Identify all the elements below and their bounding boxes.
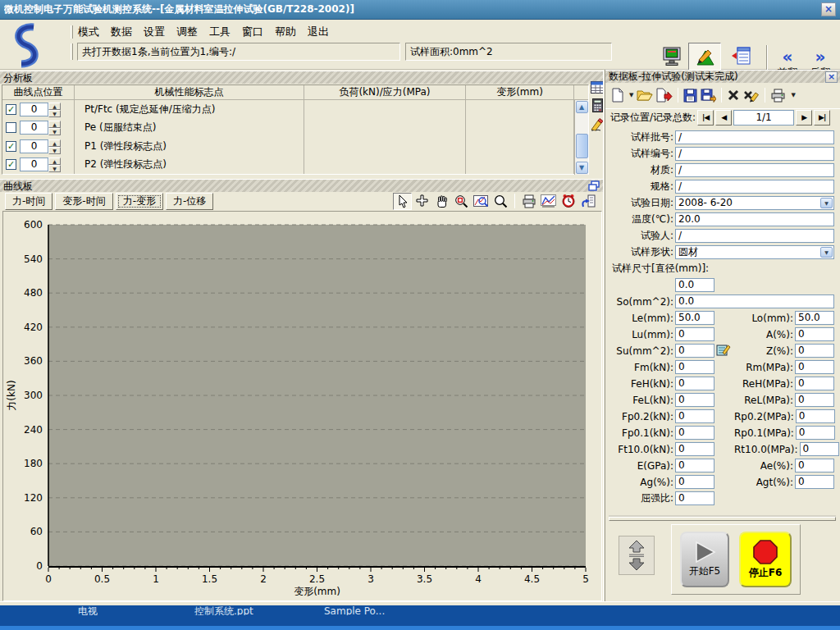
export-curve-icon[interactable] (578, 193, 597, 210)
field-input[interactable]: 0 (675, 327, 714, 341)
combo-arrow-icon[interactable]: ▼ (820, 247, 833, 258)
position-spinner[interactable]: 0▲▼ (20, 103, 62, 116)
field-input[interactable]: / (675, 180, 834, 194)
grid-icon[interactable] (591, 81, 605, 94)
field-input[interactable]: 0 (795, 393, 834, 407)
field-input[interactable]: 0 (675, 459, 714, 472)
spinner-down-icon[interactable]: ▼ (48, 110, 61, 117)
field-input[interactable]: 0 (796, 409, 835, 423)
spinner-up-icon[interactable]: ▲ (48, 139, 61, 147)
menu-item-1[interactable]: 数据 (111, 25, 132, 39)
menu-item-3[interactable]: 调整 (176, 25, 198, 39)
zoom-area-icon[interactable] (472, 193, 491, 210)
spinner-down-icon[interactable]: ▼ (48, 147, 61, 154)
crosshead-jog-button[interactable] (619, 536, 655, 575)
record-next-button[interactable]: ▶ (796, 110, 812, 126)
record-last-button[interactable]: ▶| (814, 110, 830, 126)
position-spinner[interactable]: 0▲▼ (20, 158, 62, 171)
zoom-box-icon[interactable] (452, 193, 471, 210)
field-input[interactable]: 0 (675, 409, 714, 423)
field-input[interactable]: 0 (675, 377, 714, 390)
spinner-up-icon[interactable]: ▲ (48, 158, 61, 165)
taskbar-item[interactable]: 电视 (78, 605, 98, 615)
menu-item-4[interactable]: 工具 (209, 25, 231, 39)
spinner-up-icon[interactable]: ▲ (48, 121, 61, 128)
curve-tab-1[interactable]: 变形-时间 (55, 193, 112, 210)
menu-item-6[interactable]: 帮助 (275, 25, 296, 39)
field-input[interactable]: / (675, 163, 834, 177)
curve-tab-2[interactable]: 力-变形 (116, 193, 163, 210)
timer-icon[interactable] (559, 193, 578, 210)
taskbar-item[interactable]: 控制系统.ppt (194, 605, 253, 615)
menu-item-0[interactable]: 模式 (78, 25, 99, 39)
field-input[interactable]: / (675, 147, 834, 161)
position-spinner[interactable]: 0▲▼ (20, 121, 62, 135)
field-input[interactable]: 0 (675, 475, 714, 489)
pan-hand-icon[interactable] (432, 193, 451, 210)
field-input[interactable]: 50.0 (675, 311, 714, 325)
menu-item-7[interactable]: 退出 (308, 25, 329, 39)
field-input[interactable]: 0 (675, 344, 714, 358)
field-input[interactable]: 0.0 (675, 294, 834, 308)
start-button[interactable]: 开始F5 (680, 532, 729, 587)
field-input[interactable]: 0 (796, 426, 835, 440)
curve-options-icon[interactable] (539, 193, 558, 210)
record-prev-button[interactable]: ◀ (715, 110, 732, 126)
position-spinner[interactable]: 0▲▼ (20, 139, 62, 153)
menu-item-5[interactable]: 窗口 (242, 25, 263, 39)
curve-tab-0[interactable]: 力-时间 (5, 193, 52, 210)
table-scrollbar[interactable]: ▲ ▼ (574, 100, 588, 175)
move-tool-icon[interactable] (413, 193, 431, 210)
spinner-up-icon[interactable]: ▲ (48, 103, 61, 110)
field-input[interactable]: 0 (675, 442, 714, 456)
record-first-button[interactable]: |◀ (697, 110, 714, 126)
field-input[interactable]: 0 (675, 426, 714, 440)
force-deformation-chart[interactable]: 06012018024030036042048054060000.511.522… (3, 212, 600, 599)
dropdown-arrow-icon[interactable]: ▼ (629, 92, 633, 98)
field-input[interactable]: 0 (795, 327, 834, 341)
printer-icon[interactable] (770, 89, 786, 103)
field-input[interactable]: 20.0 (675, 212, 834, 226)
scroll-up-icon[interactable]: ▲ (576, 101, 588, 113)
open-folder-icon[interactable] (637, 89, 653, 102)
field-input[interactable]: 0 (795, 344, 834, 358)
new-file-icon[interactable] (611, 88, 624, 103)
zoom-icon[interactable] (491, 193, 510, 210)
field-input[interactable]: 0 (675, 491, 714, 505)
curve-tab-3[interactable]: 力-位移 (166, 193, 213, 210)
row-checkbox[interactable]: ✓ (6, 159, 16, 170)
field-input[interactable]: 2008- 6-20▼ (675, 196, 834, 210)
field-input[interactable]: 0 (795, 459, 834, 472)
note-edit-icon[interactable] (716, 344, 731, 357)
field-input[interactable]: 0 (795, 475, 834, 489)
field-input[interactable]: / (675, 130, 834, 144)
scroll-down-icon[interactable]: ▼ (576, 162, 588, 174)
field-input[interactable]: 圆材▼ (675, 245, 834, 259)
spinner-down-icon[interactable]: ▼ (48, 128, 61, 135)
combo-arrow-icon[interactable]: ▼ (820, 198, 833, 208)
row-checkbox[interactable] (6, 122, 16, 133)
size-input[interactable]: 0.0 (675, 278, 714, 292)
dropdown-arrow-icon[interactable]: ▼ (791, 92, 795, 98)
scroll-thumb[interactable] (576, 134, 588, 158)
data-panel-close-button[interactable]: × (825, 71, 838, 83)
stop-button[interactable]: 停止F6 (739, 532, 792, 587)
edit-pencil-icon[interactable] (591, 117, 605, 131)
calculator-icon[interactable] (592, 98, 603, 112)
chart-print-icon[interactable] (519, 193, 538, 210)
chart-area[interactable]: 06012018024030036042048054060000.511.522… (2, 211, 602, 601)
field-input[interactable]: 50.0 (795, 311, 834, 325)
field-input[interactable]: 0 (800, 442, 839, 456)
field-input[interactable]: 0 (795, 360, 834, 374)
clear-icon[interactable] (743, 89, 760, 103)
menu-item-2[interactable]: 设置 (144, 25, 165, 39)
save-icon[interactable] (683, 89, 697, 103)
field-input[interactable]: 0 (675, 393, 714, 407)
field-input[interactable]: 0 (795, 377, 834, 390)
row-checkbox[interactable]: ✓ (6, 104, 16, 115)
row-checkbox[interactable]: ✓ (6, 141, 16, 152)
spinner-down-icon[interactable]: ▼ (48, 165, 61, 172)
taskbar-item[interactable]: Sample Po... (324, 605, 385, 615)
restore-icon[interactable] (588, 180, 600, 191)
cursor-tool-icon[interactable] (393, 193, 412, 210)
